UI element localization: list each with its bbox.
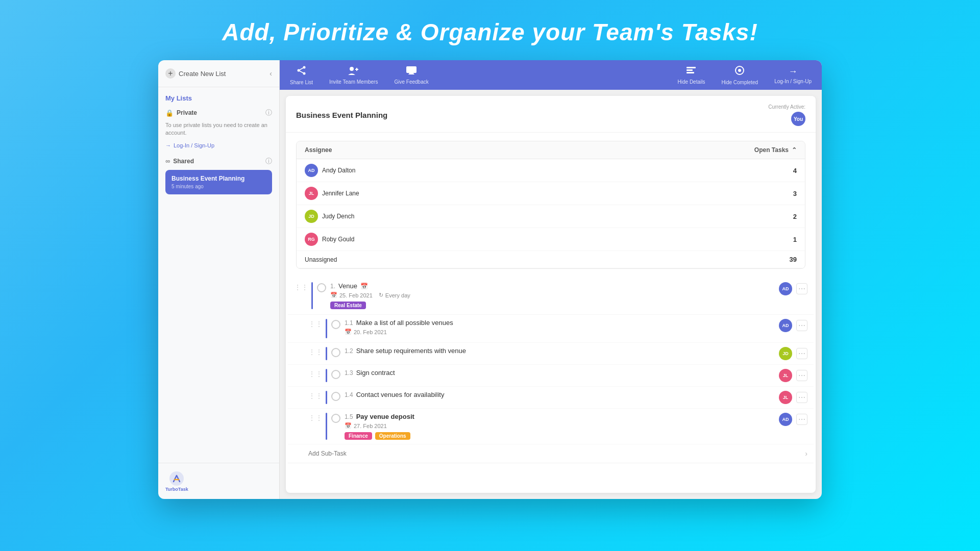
lock-icon: 🔒 [165, 109, 174, 117]
assignee-row-jl: JL Jennifer Lane 3 [297, 182, 805, 205]
hide-details-icon [686, 66, 696, 78]
avatar-ad: AD [305, 164, 318, 177]
drag-handle-1-4[interactable]: ⋮⋮ [308, 392, 323, 400]
share-list-nav[interactable]: Share List [290, 65, 313, 85]
drag-handle-1[interactable]: ⋮⋮ [294, 283, 308, 291]
subtask-checkbox-1-4[interactable] [331, 392, 340, 401]
shared-title: ∞ Shared [165, 157, 194, 165]
open-tasks-col-header: Open Tasks ⌃ [754, 146, 797, 154]
task-more-btn-1[interactable]: ⋯ [796, 283, 807, 294]
subtask-checkbox-1-5[interactable] [331, 414, 340, 423]
task-count-jl: 3 [793, 190, 797, 197]
assignee-name-rg: Roby Gould [322, 236, 354, 243]
subtask-more-btn-1-5[interactable]: ⋯ [796, 414, 807, 425]
task-number-1: 1. [330, 283, 335, 290]
invite-team-icon [348, 66, 359, 78]
subtask-more-btn-1-3[interactable]: ⋯ [796, 370, 807, 381]
drag-handle-1-3[interactable]: ⋮⋮ [308, 370, 323, 378]
subtask-number-1-1: 1.1 [345, 319, 353, 327]
give-feedback-icon [406, 66, 417, 78]
subtask-assignee-1-5: AD [779, 413, 792, 426]
task-list: ⋮⋮ 1. Venue 📅 📅 [286, 277, 816, 463]
task-main-1: 1. Venue 📅 📅 25. Feb 2021 ↻ [330, 282, 775, 309]
subtask-left-bar-1-4 [326, 391, 327, 404]
subtask-assignee-1-2: JD [779, 347, 792, 360]
sidebar-footer: TurboTask [158, 463, 279, 499]
add-subtask-input[interactable] [308, 450, 801, 457]
task-checkbox-1[interactable] [317, 283, 326, 292]
private-section-header: 🔒 Private ⓘ [165, 108, 272, 117]
shared-info-icon[interactable]: ⓘ [265, 157, 272, 166]
currently-active-label: Currently Active: [768, 104, 805, 110]
subtask-item-1-4: ⋮⋮ 1.4 Contact venues for availability J… [288, 387, 814, 409]
sort-icon[interactable]: ⌃ [792, 146, 797, 154]
shared-list-item[interactable]: Business Event Planning 5 minutes ago [165, 170, 272, 194]
hide-completed-nav[interactable]: Hide Completed [721, 65, 758, 85]
subtask-left-bar-1-3 [326, 369, 327, 382]
svg-line-4 [299, 67, 304, 70]
drag-handle-1-2[interactable]: ⋮⋮ [308, 348, 323, 356]
logo-text: TurboTask [165, 487, 188, 492]
drag-handle-1-1[interactable]: ⋮⋮ [308, 320, 323, 328]
svg-rect-11 [687, 69, 693, 71]
subtask-checkbox-1-1[interactable] [331, 320, 340, 329]
subtask-right-1-5: AD ⋯ [779, 413, 807, 426]
sidebar-collapse-icon[interactable]: ‹ [270, 69, 272, 78]
sidebar: + Create New List ‹ My Lists 🔒 Private ⓘ… [158, 60, 280, 499]
subtask-assignee-1-4: JL [779, 391, 792, 404]
subtask-checkbox-1-3[interactable] [331, 370, 340, 379]
nav-left: Share List Invite Team Members [290, 65, 429, 85]
assignee-table: Assignee Open Tasks ⌃ AD Andy Dalton 4 [296, 141, 805, 269]
app-container: + Create New List ‹ My Lists 🔒 Private ⓘ… [158, 60, 822, 499]
give-feedback-nav[interactable]: Give Feedback [394, 66, 428, 85]
subtask-title-row-1-1: 1.1 Make a list of all possible venues [345, 319, 775, 327]
add-subtask-row[interactable]: › [288, 444, 814, 463]
subtask-left-bar-1-5 [326, 413, 327, 440]
subtask-item-1-3: ⋮⋮ 1.3 Sign contract JL ⋯ [288, 365, 814, 387]
subtask-checkbox-1-2[interactable] [331, 348, 340, 357]
private-section: 🔒 Private ⓘ To use private lists you nee… [165, 108, 272, 148]
assignee-name-jd: Judy Dench [322, 213, 354, 220]
plus-icon: + [165, 68, 176, 79]
subtask-number-1-3: 1.3 [345, 369, 353, 377]
private-info-icon[interactable]: ⓘ [265, 108, 272, 117]
shared-section: ∞ Shared ⓘ Business Event Planning 5 min… [165, 157, 272, 194]
subtask-more-btn-1-4[interactable]: ⋯ [796, 392, 807, 403]
task-calendar-icon-1: 📅 [360, 283, 368, 290]
subtask-main-1-4: 1.4 Contact venues for availability [345, 391, 775, 400]
add-subtask-send-icon[interactable]: › [805, 449, 807, 458]
subtask-date-1-5: 📅 27. Feb 2021 [345, 422, 387, 429]
tag-operations-1-5: Operations [375, 432, 410, 440]
recurrence-icon-1: ↻ [379, 292, 383, 298]
subtask-left-bar-1-1 [326, 319, 327, 338]
subtask-name-1-5: Pay venue deposit [356, 413, 414, 420]
drag-handle-1-5[interactable]: ⋮⋮ [308, 414, 323, 422]
assignee-name-jl: Jennifer Lane [322, 190, 359, 197]
currently-active: Currently Active: You [768, 104, 805, 126]
nav-login-label: Log-In / Sign-Up [774, 79, 812, 84]
subtask-main-1-5: 1.5 Pay venue deposit 📅 27. Feb 2021 [345, 413, 775, 440]
subtask-more-btn-1-2[interactable]: ⋯ [796, 348, 807, 359]
calendar-icon-1: 📅 [330, 292, 337, 298]
task-panel: Business Event Planning Currently Active… [286, 96, 816, 493]
nav-login-button[interactable]: → Log-In / Sign-Up [774, 66, 812, 84]
subtask-date-1-1: 📅 20. Feb 2021 [345, 329, 387, 335]
subtask-more-btn-1-1[interactable]: ⋯ [796, 320, 807, 331]
subtask-meta-1-1: 📅 20. Feb 2021 [345, 329, 775, 335]
hide-details-nav[interactable]: Hide Details [678, 66, 705, 85]
sidebar-login-button[interactable]: → Log-In / Sign-Up [165, 142, 214, 148]
create-new-list-button[interactable]: + Create New List [165, 68, 226, 79]
assignee-info-jd: JD Judy Dench [305, 210, 354, 223]
invite-team-nav[interactable]: Invite Team Members [329, 66, 378, 85]
subtask-item-1-1: ⋮⋮ 1.1 Make a list of all possible venue… [288, 315, 814, 343]
assignee-name-ad: Andy Dalton [322, 167, 355, 174]
task-panel-title: Business Event Planning [296, 111, 387, 119]
login-icon: → [789, 66, 798, 77]
svg-rect-9 [406, 66, 416, 73]
task-name-1: Venue [338, 282, 357, 290]
subtask-right-1-1: AD ⋯ [779, 319, 807, 332]
subtask-name-1-4: Contact venues for availability [356, 391, 445, 398]
avatar-jl: JL [305, 187, 318, 200]
task-recurrence-1: ↻ Every day [379, 292, 410, 298]
sidebar-content: My Lists 🔒 Private ⓘ To use private list… [158, 87, 279, 463]
